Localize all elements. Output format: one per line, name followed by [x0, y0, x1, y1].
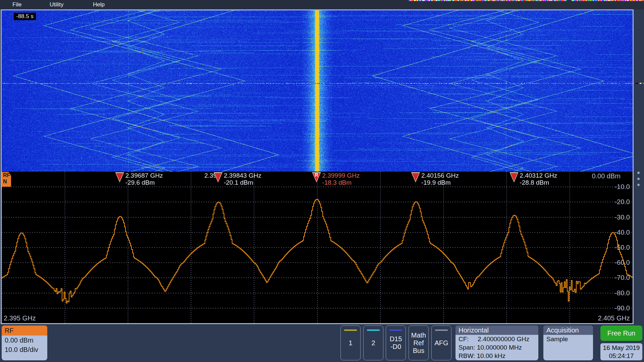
peak-marker-2[interactable]: 2.39 2.39843 GHz-20.1 dBm	[214, 172, 222, 182]
marker-readout: 2.39687 GHz-29.6 dBm	[125, 172, 163, 186]
rbw: RBW: 10.00 kHz	[455, 352, 538, 360]
marker-triangle-icon[interactable]	[115, 172, 124, 182]
time-cursor-line-extension	[634, 83, 644, 84]
span: Span: 10.000000 MHz	[455, 343, 538, 352]
trigger-status-button[interactable]: Free Run	[600, 325, 642, 341]
y-axis-tick: -10.0	[614, 183, 630, 191]
marker-triangle-icon[interactable]	[509, 172, 518, 182]
spectrogram-time-cursor-label: -88.5 s	[14, 13, 36, 20]
menu-bar: File Utility Help	[0, 0, 644, 9]
rf-panel-title: RF	[2, 325, 47, 336]
menu-utility[interactable]: Utility	[50, 0, 64, 9]
marker-readout: 2.40312 GHz-28.8 dBm	[520, 172, 557, 186]
channel-1-button[interactable]: 1	[340, 325, 361, 360]
y-axis-tick: -80.0	[614, 289, 630, 297]
math-ref-bus-button[interactable]: Math Ref Bus	[409, 325, 429, 360]
channel-1-color-bar	[344, 329, 357, 331]
splitter-handle-dot[interactable]	[637, 172, 640, 174]
rf-settings-panel[interactable]: RF 0.00 dBm 10.0 dB/div	[2, 325, 47, 360]
digital-channels-button[interactable]: D15 -D0	[386, 325, 406, 360]
rf-ref-level: 0.00 dBm	[2, 336, 47, 345]
peak-marker-1[interactable]: 2.39687 GHz-29.6 dBm	[115, 172, 124, 182]
top-edge-noise-strip	[409, 0, 644, 1]
spectrum-canvas[interactable]	[2, 172, 633, 323]
time-label: 05:24:17	[600, 352, 642, 360]
x-axis-right-label: 2.405 GHz	[598, 314, 630, 322]
rf-badge-bottom: N	[3, 178, 11, 185]
menu-help[interactable]: Help	[93, 0, 105, 9]
date-label: 16 May 2019	[600, 344, 642, 352]
display-frame: -88.5 s RF N 0.00 dBm -10.0 -20.0 -30.0 …	[1, 9, 634, 324]
marker-readout: 2.39843 GHz-20.1 dBm	[224, 172, 261, 186]
rf-channel-badge[interactable]: RF N	[2, 172, 11, 187]
spectrogram-waterfall[interactable]	[2, 10, 633, 172]
acquisition-panel-title: Acquisition	[543, 325, 593, 335]
y-axis-tick: -30.0	[614, 213, 630, 221]
y-axis-top-label: 0.00 dBm	[592, 172, 621, 180]
center-frequency: CF: 2.400000000 GHz	[455, 335, 538, 343]
reference-marker[interactable]: R 2.39999 GHz-18.3 dBm	[312, 172, 321, 182]
acquisition-panel[interactable]: Acquisition Sample	[543, 325, 593, 360]
horizontal-panel-title: Horizontal	[455, 325, 538, 335]
y-axis-tick: -50.0	[614, 243, 630, 251]
peak-marker-3[interactable]: 2.40156 GHz-19.9 dBm	[411, 172, 420, 182]
marker-readout: 2.40156 GHz-19.9 dBm	[421, 172, 459, 186]
marker-triangle-icon[interactable]	[411, 172, 420, 182]
y-axis-tick: -90.0	[614, 304, 630, 312]
y-axis-tick: -70.0	[614, 274, 630, 282]
acquisition-mode: Sample	[543, 335, 593, 343]
status-bar: RF 0.00 dBm 10.0 dB/div 1 2 D15 -D0 Math…	[0, 324, 644, 362]
splitter-handle-dot[interactable]	[637, 184, 640, 186]
menu-file[interactable]: File	[12, 0, 21, 9]
spectrum-view: RF N 0.00 dBm -10.0 -20.0 -30.0 -40.0 -5…	[2, 172, 633, 323]
x-axis-left-label: 2.395 GHz	[4, 314, 36, 322]
reference-marker-letter: R	[312, 172, 321, 178]
afg-button[interactable]: AFG	[431, 325, 451, 360]
rf-scale: 10.0 dB/div	[2, 345, 47, 354]
datetime-panel: 16 May 2019 05:24:17	[600, 343, 642, 360]
horizontal-settings-panel[interactable]: Horizontal CF: 2.400000000 GHz Span: 10.…	[455, 325, 538, 360]
splitter-handle-dot[interactable]	[637, 178, 640, 180]
y-axis-tick: -40.0	[614, 228, 630, 236]
digital-color-bar	[389, 329, 402, 331]
y-axis-tick: -20.0	[614, 198, 630, 206]
channel-2-button[interactable]: 2	[363, 325, 383, 360]
marker-readout: 2.39999 GHz-18.3 dBm	[322, 172, 360, 186]
right-gutter	[634, 9, 644, 324]
peak-marker-4[interactable]: 2.40312 GHz-28.8 dBm	[509, 172, 518, 182]
channel-2-color-bar	[367, 329, 380, 331]
afg-color-bar	[435, 329, 448, 331]
y-axis-tick: -60.0	[614, 258, 630, 266]
